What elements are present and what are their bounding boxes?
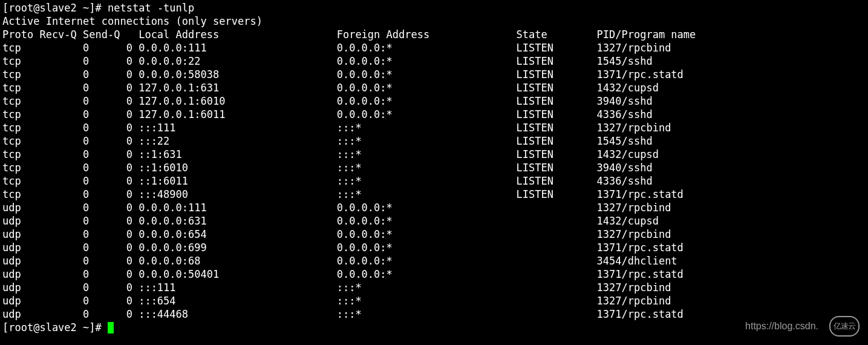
watermark: https://blog.csdn. 亿速云 [745, 316, 860, 337]
shell-prompt: [root@slave2 ~]# [2, 2, 108, 14]
watermark-logo-icon: 亿速云 [829, 316, 860, 337]
terminal-output[interactable]: [root@slave2 ~]# netstat -tunlp Active I… [0, 0, 868, 335]
typed-command: netstat -tunlp [108, 2, 194, 14]
watermark-url: https://blog.csdn. [745, 320, 818, 333]
output-header: Active Internet connections (only server… [2, 15, 263, 27]
column-header-row: Proto Recv-Q Send-Q Local Address Foreig… [2, 28, 696, 41]
shell-prompt: [root@slave2 ~]# [2, 321, 108, 334]
connection-rows: tcp 0 0 0.0.0.0:111 0.0.0.0:* LISTEN 132… [2, 42, 684, 320]
cursor [108, 322, 114, 334]
